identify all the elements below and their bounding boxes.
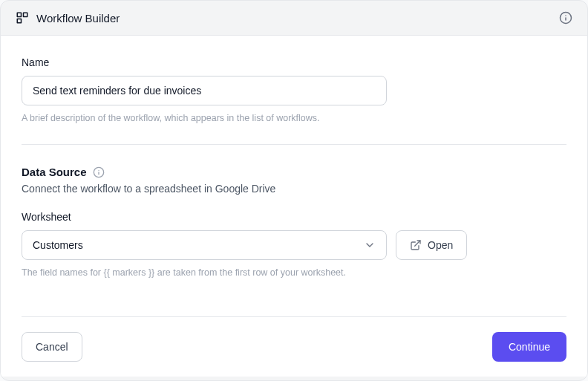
name-input[interactable]: [22, 76, 387, 105]
datasource-header: Data Source: [22, 166, 566, 178]
continue-button[interactable]: Continue: [492, 332, 566, 362]
worksheet-help: The field names for {{ markers }} are ta…: [22, 267, 566, 278]
svg-line-9: [415, 241, 420, 246]
modal-header: Workflow Builder: [1, 1, 587, 36]
external-link-icon: [410, 239, 422, 251]
name-help: A brief description of the workflow, whi…: [22, 113, 566, 123]
chevron-down-icon: [364, 239, 376, 251]
worksheet-label: Worksheet: [22, 211, 566, 223]
worksheet-select[interactable]: Customers: [22, 230, 387, 260]
svg-rect-2: [17, 19, 21, 23]
svg-rect-1: [24, 13, 27, 16]
workflow-icon: [16, 11, 29, 25]
worksheet-value: Customers: [33, 239, 83, 251]
modal-content: Name A brief description of the workflow…: [1, 36, 587, 377]
svg-rect-0: [17, 13, 21, 16]
datasource-section: Data Source Connect the workflow to a sp…: [22, 166, 566, 278]
open-button[interactable]: Open: [396, 230, 467, 260]
worksheet-row: Customers Open: [22, 230, 566, 260]
datasource-desc: Connect the workflow to a spreadsheet in…: [22, 183, 566, 195]
modal-footer: Cancel Continue: [22, 316, 566, 362]
name-label: Name: [22, 56, 566, 68]
workflow-builder-modal: Workflow Builder Name A brief descriptio…: [0, 0, 588, 381]
page-title: Workflow Builder: [36, 12, 120, 25]
open-label: Open: [428, 239, 453, 251]
divider: [22, 144, 566, 145]
header-left: Workflow Builder: [16, 11, 120, 25]
name-section: Name A brief description of the workflow…: [22, 56, 566, 123]
info-icon[interactable]: [559, 11, 572, 25]
cancel-button[interactable]: Cancel: [22, 332, 82, 362]
datasource-title: Data Source: [22, 166, 87, 178]
info-icon[interactable]: [93, 166, 105, 178]
